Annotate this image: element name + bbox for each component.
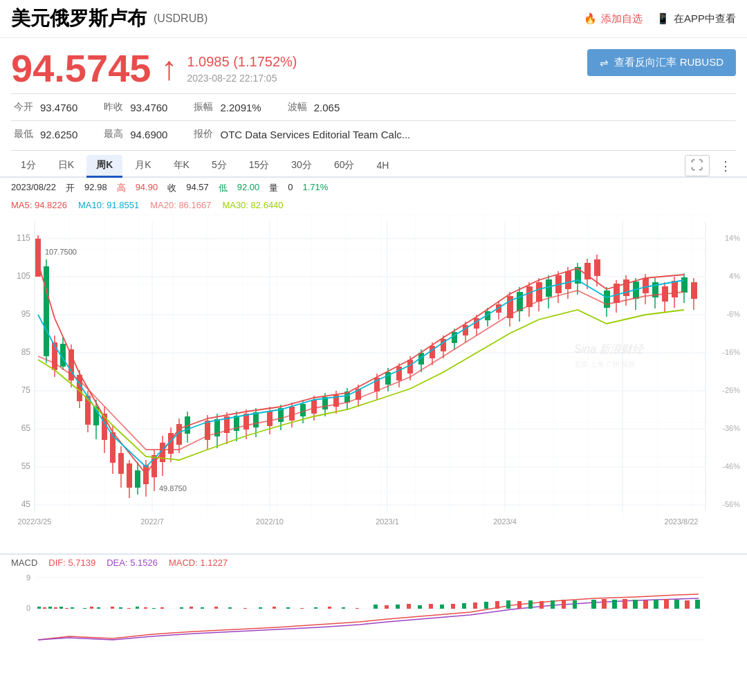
svg-rect-228: [551, 600, 555, 609]
svg-rect-162: [643, 278, 649, 293]
tab-monthly[interactable]: 月K: [125, 155, 160, 178]
svg-rect-64: [127, 463, 132, 488]
svg-rect-198: [180, 607, 183, 609]
svg-text:95: 95: [21, 309, 31, 319]
price-section: 94.5745 ↑ 1.0985 (1.1752%) 2023-08-22 22…: [0, 38, 747, 93]
svg-rect-222: [484, 602, 488, 609]
svg-text:85: 85: [21, 347, 31, 357]
ma-bar: MA5: 94.8226 MA10: 91.8551 MA20: 86.1667…: [0, 199, 747, 214]
svg-rect-168: [672, 281, 678, 297]
header-right: 🔥 添加自选 📱 在APP中查看: [584, 12, 736, 26]
tab-60min[interactable]: 60分: [324, 155, 365, 178]
svg-rect-212: [374, 605, 378, 609]
high-value: 94.6900: [130, 129, 167, 140]
svg-text:105: 105: [17, 271, 30, 281]
chart-tabs: 1分 日K 周K 月K 年K 5分 15分 30分 60分 4H ⛶ ⋮: [0, 151, 747, 178]
svg-rect-237: [654, 600, 658, 609]
tab-15min[interactable]: 15分: [239, 155, 279, 178]
tab-1min[interactable]: 1分: [11, 155, 46, 178]
tab-5min[interactable]: 5分: [202, 155, 237, 178]
chart-open-val: 92.98: [84, 182, 107, 194]
svg-rect-221: [473, 602, 477, 609]
prev-close-label: 昨收: [104, 101, 123, 113]
svg-text:-46%: -46%: [722, 462, 740, 470]
svg-rect-183: [48, 607, 52, 609]
svg-rect-231: [591, 600, 596, 609]
chart-close-label: 收: [167, 182, 176, 194]
more-options-icon[interactable]: ⋮: [715, 156, 736, 176]
svg-rect-172: [691, 282, 697, 299]
macd-dif: DIF: 5.7139: [48, 558, 95, 568]
quote-value: OTC Data Services Editorial Team Calc...: [220, 129, 410, 140]
ma10-label: MA10: 91.8551: [78, 200, 139, 210]
chart-vol-val: 0: [288, 182, 293, 194]
chart-open-label: 开: [66, 182, 75, 194]
wave-label: 波幅: [288, 101, 307, 113]
svg-rect-207: [300, 608, 304, 609]
svg-rect-238: [664, 599, 669, 609]
stat-high: 最高 94.6900: [101, 121, 170, 147]
stat-amplitude: 振幅 2.2091%: [191, 94, 264, 120]
tab-weekly[interactable]: 周K: [86, 155, 122, 178]
svg-rect-146: [565, 271, 571, 289]
add-watchlist-button[interactable]: 🔥 添加自选: [584, 12, 643, 26]
svg-text:-26%: -26%: [722, 386, 740, 394]
svg-rect-88: [243, 414, 249, 430]
stat-low: 最低 92.6250: [11, 121, 80, 147]
svg-rect-232: [602, 599, 607, 609]
low-value: 92.6250: [40, 129, 77, 140]
svg-rect-186: [65, 608, 68, 609]
svg-text:2022/10: 2022/10: [256, 517, 284, 526]
svg-rect-209: [328, 607, 331, 609]
svg-text:-16%: -16%: [722, 348, 740, 356]
chart-close-val: 94.57: [186, 182, 209, 194]
svg-rect-229: [562, 600, 566, 609]
ma20-label: MA20: 86.1667: [150, 200, 211, 210]
high-label: 最高: [104, 128, 123, 140]
price-time: 2023-08-22 22:17:05: [187, 73, 297, 84]
svg-rect-44: [44, 266, 49, 356]
svg-text:45: 45: [21, 499, 31, 509]
open-label: 今开: [14, 101, 33, 113]
svg-text:75: 75: [21, 385, 31, 395]
svg-rect-226: [528, 600, 533, 609]
tab-yearly[interactable]: 年K: [164, 155, 199, 178]
svg-text:-56%: -56%: [722, 500, 740, 508]
svg-rect-233: [612, 600, 617, 609]
svg-rect-225: [517, 601, 522, 609]
svg-text:2022/3/25: 2022/3/25: [18, 517, 52, 526]
chart-low-label: 低: [219, 182, 228, 194]
svg-rect-220: [462, 603, 466, 609]
svg-rect-230: [573, 600, 577, 609]
svg-rect-241: [695, 600, 700, 609]
tab-daily[interactable]: 日K: [48, 155, 84, 178]
candlestick-chart: 115 105 95 85 75 65 55 45 14% 4% -6% -16…: [0, 214, 747, 553]
tab-4h[interactable]: 4H: [367, 156, 398, 177]
wave-value: 2.065: [314, 102, 340, 113]
svg-text:107.7500: 107.7500: [45, 248, 77, 256]
svg-rect-92: [267, 411, 273, 426]
add-watchlist-label: 添加自选: [601, 12, 643, 26]
reverse-rate-button[interactable]: ⇌ 查看反向汇率 RUBUSD: [587, 49, 736, 76]
view-in-app-button[interactable]: 📱 在APP中查看: [656, 12, 736, 26]
page-subtitle: (USDRUB): [154, 12, 208, 25]
fullscreen-icon[interactable]: ⛶: [685, 155, 710, 176]
svg-rect-196: [152, 608, 156, 609]
svg-rect-202: [228, 607, 232, 609]
svg-rect-201: [214, 607, 218, 609]
svg-rect-190: [97, 607, 100, 609]
reverse-label: 查看反向汇率 RUBUSD: [614, 56, 723, 69]
svg-rect-208: [314, 607, 317, 609]
svg-rect-187: [71, 607, 74, 609]
svg-rect-194: [136, 607, 139, 609]
svg-rect-218: [440, 605, 444, 609]
svg-rect-239: [674, 600, 679, 609]
macd-section: MACD DIF: 5.7139 DEA: 5.1526 MACD: 1.122…: [0, 553, 747, 650]
svg-rect-195: [144, 607, 147, 609]
svg-rect-224: [506, 600, 510, 609]
svg-rect-223: [495, 601, 499, 609]
tab-30min[interactable]: 30分: [282, 155, 322, 178]
svg-rect-184: [54, 607, 57, 609]
svg-text:-6%: -6%: [726, 310, 740, 318]
svg-rect-215: [407, 604, 411, 609]
